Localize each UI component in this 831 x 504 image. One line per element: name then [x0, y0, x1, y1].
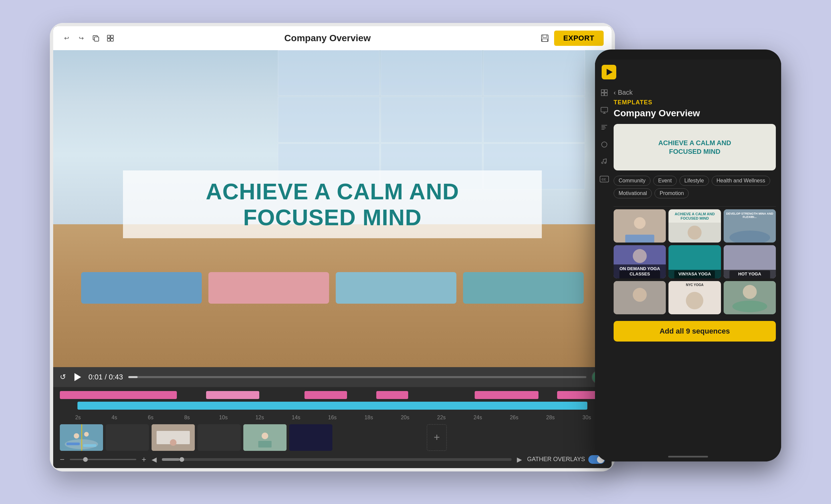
sidebar-icon-captions[interactable]: CC: [599, 174, 610, 184]
phone-home-indicator: [668, 456, 708, 457]
thumbnail-8[interactable]: [381, 424, 424, 451]
svg-point-30: [634, 217, 646, 229]
time-marker: 20s: [387, 415, 423, 421]
redo-button[interactable]: ↪: [76, 33, 86, 43]
time-marker: 18s: [351, 415, 387, 421]
tags-container: Community Event Lifestyle Health and Wel…: [613, 176, 776, 198]
sidebar-icon-shapes[interactable]: [599, 139, 610, 150]
zoom-slider[interactable]: [70, 459, 136, 460]
tag-motivational[interactable]: Motivational: [613, 188, 652, 198]
copy-button[interactable]: [90, 33, 101, 43]
svg-rect-6: [542, 35, 548, 41]
zoom-in-button[interactable]: +: [142, 455, 146, 464]
tag-health[interactable]: Health and Wellness: [712, 176, 770, 186]
overlay-headline: ACHIEVE A CALM AND FOCUSED MIND: [143, 178, 522, 230]
thumb-label-6: HOT YOGA: [724, 270, 776, 278]
svg-rect-1: [94, 37, 99, 41]
svg-rect-3: [111, 35, 113, 38]
play-button[interactable]: [71, 371, 83, 383]
svg-rect-2: [107, 35, 110, 38]
time-display: 0:01 / 0:43: [88, 373, 123, 381]
svg-point-13: [74, 433, 79, 439]
progress-bar[interactable]: [128, 376, 586, 378]
svg-point-19: [170, 439, 176, 446]
tag-event[interactable]: Event: [653, 176, 677, 186]
export-button[interactable]: EXPORT: [554, 31, 604, 46]
template-thumb-3[interactable]: DEVELOP STRENGTH MINA AND FLEXIBI...: [724, 209, 776, 242]
template-thumb-9[interactable]: [724, 281, 776, 314]
svg-rect-5: [111, 38, 113, 41]
time-marker: 10s: [205, 415, 241, 421]
template-thumb-8[interactable]: NYC YOGA: [668, 281, 721, 314]
phone-header: [595, 59, 781, 83]
tag-promotion[interactable]: Promotion: [655, 188, 689, 198]
svg-point-21: [262, 433, 268, 439]
track-row-2: [60, 402, 605, 410]
thumb-label-5: VINYASA YOGA: [668, 270, 721, 278]
svg-point-37: [633, 249, 647, 263]
add-clip-button[interactable]: +: [427, 424, 447, 451]
svg-text:CC: CC: [602, 178, 606, 181]
scrub-right-button[interactable]: ▶: [517, 455, 522, 464]
thumbnail-7[interactable]: [335, 424, 378, 451]
template-thumb-6[interactable]: HOT YOGA: [724, 245, 776, 278]
scrub-left-button[interactable]: ◀: [151, 455, 156, 464]
undo-button[interactable]: ↩: [61, 33, 72, 43]
thumbnail-5[interactable]: [243, 424, 287, 451]
svg-rect-4: [107, 38, 110, 41]
group-button[interactable]: [105, 33, 116, 43]
phone-content: CC ‹ Back TEMPLATES Company Overview: [595, 83, 781, 452]
tag-lifestyle[interactable]: Lifestyle: [680, 176, 709, 186]
sidebar-icon-text[interactable]: [599, 122, 610, 132]
thumbnail-6[interactable]: [289, 424, 333, 451]
svg-point-14: [84, 432, 89, 437]
sidebar-icon-slides[interactable]: [599, 105, 610, 115]
time-marker: 22s: [423, 415, 459, 421]
template-thumb-2[interactable]: ACHIEVE A CALM AND FOCUSED MIND: [668, 209, 721, 242]
time-marker: 2s: [60, 415, 96, 421]
app-logo: [602, 65, 616, 80]
editor-container: ↩ ↪: [50, 23, 781, 481]
phone-sidebar: CC: [595, 83, 613, 452]
svg-point-48: [732, 300, 767, 312]
thumb-text-8: NYC YOGA: [670, 283, 719, 287]
video-preview: ACHIEVE A CALM AND FOCUSED MIND: [53, 50, 612, 367]
svg-point-44: [633, 288, 647, 302]
template-thumb-1[interactable]: [613, 209, 666, 242]
thumbnail-2[interactable]: [106, 424, 149, 451]
time-marker: 28s: [532, 415, 568, 421]
toolbar-right: EXPORT: [540, 31, 604, 46]
template-thumb-7[interactable]: [613, 281, 666, 314]
phone-inner: CC ‹ Back TEMPLATES Company Overview: [595, 59, 781, 462]
time-marker: 8s: [169, 415, 205, 421]
save-icon[interactable]: [540, 33, 550, 43]
add-sequences-button[interactable]: Add all 9 sequences: [613, 321, 776, 342]
template-thumb-4[interactable]: ON DEMAND YOGA CLASSES: [613, 245, 666, 278]
divider: [613, 206, 776, 207]
thumbnail-strip: 0:01: [60, 424, 605, 451]
yoga-mats: [81, 246, 584, 304]
featured-template-card[interactable]: ACHIEVE A CALM AND FOCUSED MIND: [613, 124, 776, 171]
template-thumb-5[interactable]: VINYASA YOGA: [668, 245, 721, 278]
zoom-out-button[interactable]: −: [60, 455, 64, 464]
gather-overlays-label: GATHER OVERLAYS: [527, 456, 585, 463]
video-text-overlay[interactable]: ACHIEVE A CALM AND FOCUSED MIND: [123, 171, 542, 238]
back-navigation[interactable]: ‹ Back: [613, 89, 776, 96]
thumb-label-4: ON DEMAND YOGA CLASSES: [613, 264, 666, 278]
svg-point-33: [688, 226, 702, 240]
svg-rect-16: [83, 444, 96, 447]
svg-rect-24: [601, 107, 608, 112]
time-marker: 4s: [96, 415, 132, 421]
thumbnail-3[interactable]: [151, 424, 195, 451]
time-marker: 24s: [460, 415, 496, 421]
tag-community[interactable]: Community: [613, 176, 651, 186]
thumbnail-4[interactable]: [197, 424, 241, 451]
sidebar-icon-music[interactable]: [599, 156, 610, 167]
svg-rect-7: [543, 35, 547, 37]
thumbnail-1[interactable]: 0:01: [60, 424, 103, 451]
sidebar-icon-templates[interactable]: [599, 87, 610, 98]
scrub-bar[interactable]: [162, 458, 512, 461]
replay-button[interactable]: ↺: [60, 373, 66, 381]
time-marker: 16s: [314, 415, 350, 421]
templates-grid: ACHIEVE A CALM AND FOCUSED MIND DEVELOP …: [613, 209, 776, 314]
